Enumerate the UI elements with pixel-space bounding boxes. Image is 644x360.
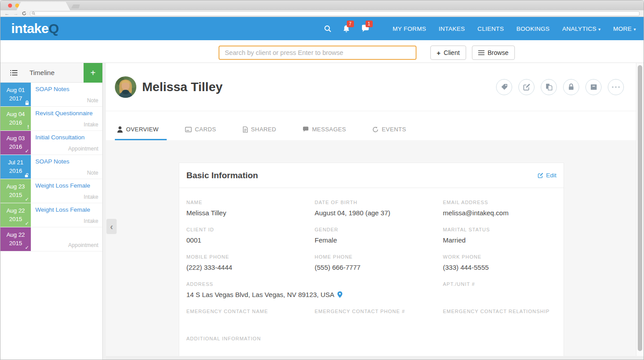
- field-work-phone: WORK PHONE (333) 444-5555: [443, 254, 556, 272]
- overview-content: Basic Information Edit NAME Melissa Till…: [106, 140, 637, 360]
- new-tab-button[interactable]: [71, 4, 80, 8]
- field-mobile-phone: MOBILE PHONE (222) 333-4444: [186, 254, 315, 272]
- map-pin-icon[interactable]: [337, 291, 342, 298]
- timeline-header: Timeline +: [0, 63, 102, 83]
- browser-tab[interactable]: [17, 2, 70, 10]
- field-name: NAME Melissa Tilley: [186, 200, 315, 218]
- timeline-date: Aug 222015 ✓: [0, 203, 31, 227]
- check-icon: ✓: [25, 197, 29, 202]
- history-icon: [372, 126, 379, 133]
- search-icon: [32, 12, 35, 15]
- client-panel: Melissa Tilley: [106, 63, 637, 360]
- timeline-item[interactable]: Aug 222015 ✓ Weight Loss Female Intake: [0, 203, 102, 227]
- reload-icon[interactable]: [22, 11, 26, 16]
- intakeq-logo[interactable]: intakeQ: [11, 21, 59, 36]
- card-title: Basic Information: [186, 171, 258, 180]
- url-bar[interactable]: [30, 11, 640, 16]
- edit-basic-info-link[interactable]: Edit: [538, 172, 556, 179]
- timeline-date: Aug 032016 ✓: [0, 131, 31, 155]
- nav-item-bookings[interactable]: BOOKINGS: [516, 25, 549, 32]
- nav-item-intakes[interactable]: INTAKES: [438, 25, 465, 32]
- close-window-button[interactable]: [8, 4, 12, 8]
- timeline-item[interactable]: Aug 032016 ✓ Initial Consultation Appoin…: [0, 131, 102, 155]
- tab-shared[interactable]: SHARED: [240, 126, 285, 140]
- search-icon: [324, 25, 332, 33]
- notification-badge: 7: [347, 21, 354, 27]
- speech-bubble-icon: [303, 126, 309, 132]
- field-additional-information: ADDITIONAL INFORMATION: [186, 336, 556, 354]
- browser-toolbar: ← →: [0, 10, 644, 17]
- field-emergency-contact-phone: EMERGENCY CONTACT PHONE #: [315, 309, 443, 327]
- client-header: Melissa Tilley: [106, 63, 637, 111]
- chevron-left-icon: ‹: [110, 222, 113, 232]
- person-icon: [117, 126, 123, 133]
- check-icon: ✓: [25, 149, 29, 154]
- timeline-list-icon[interactable]: [10, 70, 17, 75]
- edit-client-button[interactable]: [518, 79, 535, 95]
- timeline-item-type: Note: [87, 170, 98, 176]
- forward-icon[interactable]: →: [13, 11, 18, 16]
- navbar-search-button[interactable]: [324, 25, 332, 33]
- timeline-item-title: SOAP Notes: [35, 158, 98, 165]
- tab-messages[interactable]: MESSAGES: [300, 126, 354, 140]
- timeline-date: Aug 042016 !: [0, 107, 31, 130]
- search-header: + Client Browse: [0, 40, 644, 63]
- copy-icon: [545, 83, 553, 91]
- plus-icon: +: [437, 49, 441, 57]
- timeline-item-type: Intake: [84, 121, 98, 128]
- timeline-sidebar: Timeline + Aug 012017 SOAP Notes Note Au…: [0, 63, 103, 360]
- timeline-item-type: Appointment: [68, 242, 98, 248]
- lock-button[interactable]: [563, 79, 579, 95]
- add-client-button[interactable]: + Client: [430, 46, 466, 60]
- client-name: Melissa Tilley: [142, 80, 223, 94]
- more-actions-button[interactable]: [608, 79, 624, 95]
- browse-button[interactable]: Browse: [472, 46, 515, 60]
- nav-item-clients[interactable]: CLIENTS: [477, 25, 504, 32]
- tab-overview[interactable]: OVERVIEW: [115, 126, 167, 140]
- caret-down-icon: ▾: [634, 27, 636, 32]
- avatar: [115, 76, 136, 98]
- scrollbar-thumb[interactable]: [638, 65, 642, 351]
- timeline-item-type: Intake: [84, 218, 98, 224]
- copy-button[interactable]: [541, 79, 557, 95]
- archive-button[interactable]: [585, 79, 602, 95]
- timeline-item-title: Weight Loss Female: [35, 206, 98, 213]
- timeline-item-title: Initial Consultation: [35, 134, 98, 141]
- timeline-item-title: Weight Loss Female: [35, 182, 98, 189]
- lock-icon: [568, 83, 575, 91]
- field-email-address: EMAIL ADDRESS melissa@intakeq.com: [443, 200, 556, 218]
- back-icon[interactable]: ←: [4, 11, 9, 16]
- timeline-item[interactable]: Aug 012017 SOAP Notes Note: [0, 83, 102, 107]
- tab-events[interactable]: EVENTS: [370, 126, 414, 140]
- edit-icon: [523, 83, 530, 91]
- timeline-add-button[interactable]: +: [84, 63, 102, 83]
- client-search-input[interactable]: [219, 46, 417, 60]
- timeline-item[interactable]: Aug 042016 ! Revisit Questionnaire Intak…: [0, 107, 102, 131]
- notifications-button[interactable]: 7: [342, 25, 350, 33]
- nav-item-more[interactable]: MORE▾: [613, 25, 636, 32]
- basic-info-fields: NAME Melissa Tilley DATE OF BIRTH August…: [179, 188, 564, 357]
- app-navbar: intakeQ 7 1 MY FORMS INTAKES CLIENTS BOO…: [0, 17, 644, 40]
- timeline-item-type: Appointment: [68, 146, 98, 152]
- messages-button[interactable]: 1: [361, 25, 370, 33]
- vertical-scrollbar[interactable]: [636, 63, 644, 360]
- document-icon: [243, 126, 248, 133]
- field-address: ADDRESS 14 S Las Vegas Blvd, Las Vegas, …: [186, 281, 443, 299]
- field-gender: GENDER Female: [315, 227, 443, 245]
- nav-item-analytics[interactable]: ANALYTICS▾: [562, 25, 601, 32]
- timeline-item-type: Note: [87, 97, 98, 104]
- timeline-item[interactable]: Aug 232015 ✓ Weight Loss Female Intake: [0, 179, 102, 203]
- timeline-date: Aug 232015 ✓: [0, 179, 31, 203]
- exclamation-icon: !: [27, 125, 29, 130]
- field-apt-unit: APT./UNIT #: [443, 281, 556, 299]
- timeline-item[interactable]: Jul 212016 SOAP Notes Note: [0, 155, 102, 179]
- check-icon: ✓: [25, 245, 29, 250]
- nav-item-my-forms[interactable]: MY FORMS: [393, 25, 426, 32]
- tags-button[interactable]: [496, 79, 512, 95]
- tab-cards[interactable]: CARDS: [183, 126, 224, 140]
- timeline-date: Aug 222015 ✓: [0, 227, 31, 251]
- archive-icon: [590, 84, 598, 91]
- field-date-of-birth: DATE OF BIRTH August 04, 1980 (age 37): [315, 200, 443, 218]
- timeline-item[interactable]: Aug 222015 ✓ Appointment: [0, 227, 102, 251]
- sidebar-collapse-handle[interactable]: ‹: [106, 219, 117, 234]
